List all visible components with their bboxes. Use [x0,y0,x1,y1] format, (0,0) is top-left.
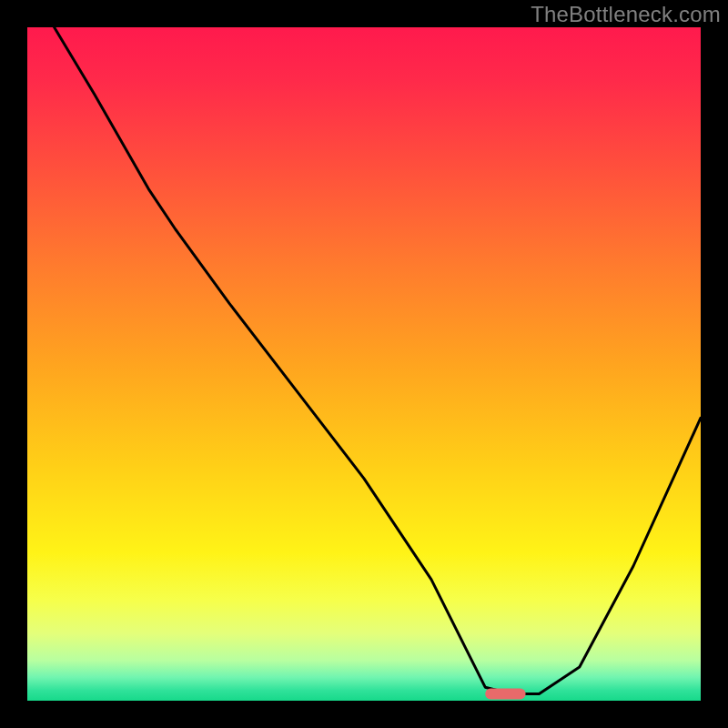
chart-plot [27,27,701,701]
valley-marker [485,689,525,700]
chart-svg [27,27,701,701]
chart-frame: TheBottleneck.com [0,0,728,728]
watermark-text: TheBottleneck.com [531,2,721,27]
gradient-background [27,27,701,701]
